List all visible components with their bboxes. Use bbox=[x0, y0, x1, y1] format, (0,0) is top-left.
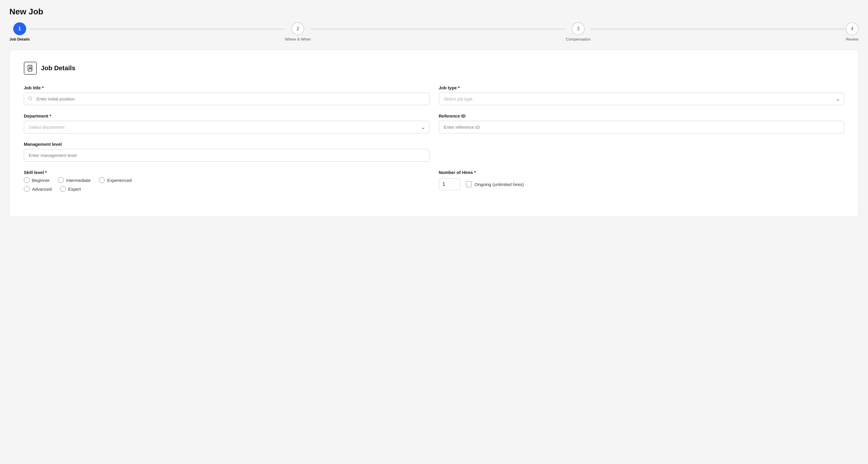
skill-experienced-radio[interactable] bbox=[99, 177, 105, 183]
section-title: Job Details bbox=[41, 64, 75, 72]
step-4-circle: 4 bbox=[846, 22, 859, 35]
skill-experienced-label: Experienced bbox=[107, 178, 131, 183]
department-label: Department * bbox=[24, 114, 429, 118]
skill-beginner-label: Beginner bbox=[32, 178, 50, 183]
reference-id-input[interactable] bbox=[439, 121, 844, 133]
main-card: Job Details Job title * Job type * Selec… bbox=[9, 50, 859, 217]
step-1-circle: 1 bbox=[13, 22, 26, 35]
skill-level-label: Skill level * bbox=[24, 170, 429, 175]
job-title-input[interactable] bbox=[24, 93, 429, 105]
skill-intermediate-label: Intermediate bbox=[66, 178, 91, 183]
page-title: New Job bbox=[9, 7, 859, 17]
job-details-icon bbox=[24, 62, 37, 75]
svg-line-3 bbox=[31, 99, 32, 100]
step-2[interactable]: 2 Where & When bbox=[285, 22, 311, 41]
form-row-1: Job title * Job type * Select job type F… bbox=[24, 85, 844, 105]
skill-level-row-1: Beginner Intermediate Experienced bbox=[24, 177, 429, 183]
skill-expert-label: Expert bbox=[68, 187, 81, 192]
step-4[interactable]: 4 Review bbox=[846, 22, 859, 41]
skill-advanced-item[interactable]: Advanced bbox=[24, 186, 52, 192]
job-title-group: Job title * bbox=[24, 85, 429, 105]
form-row-4: Skill level * Beginner Intermediate Expe… bbox=[24, 170, 844, 192]
hires-controls: Ongoing (unlimited hires) bbox=[439, 178, 844, 190]
step-connector-1-2 bbox=[30, 29, 285, 29]
skill-beginner-item[interactable]: Beginner bbox=[24, 177, 50, 183]
job-type-select[interactable]: Select job type Full-time Part-time Cont… bbox=[439, 93, 844, 105]
ongoing-hires-checkbox[interactable] bbox=[466, 181, 472, 187]
step-3-label: Compensation bbox=[566, 37, 591, 41]
stepper: 1 Job Details 2 Where & When 3 Compensat… bbox=[9, 22, 859, 41]
step-4-label: Review bbox=[846, 37, 859, 41]
reference-id-label: Reference ID bbox=[439, 114, 844, 118]
job-type-label: Job type * bbox=[439, 85, 844, 90]
job-type-select-wrapper: Select job type Full-time Part-time Cont… bbox=[439, 93, 844, 105]
skill-level-group: Skill level * Beginner Intermediate Expe… bbox=[24, 170, 429, 192]
form-row-2: Department * Select department Engineeri… bbox=[24, 114, 844, 133]
skill-intermediate-item[interactable]: Intermediate bbox=[58, 177, 91, 183]
ongoing-hires-item[interactable]: Ongoing (unlimited hires) bbox=[466, 181, 524, 187]
job-type-group: Job type * Select job type Full-time Par… bbox=[439, 85, 844, 105]
step-connector-3-4 bbox=[591, 29, 846, 29]
skill-advanced-radio[interactable] bbox=[24, 186, 30, 192]
management-level-input[interactable] bbox=[24, 149, 429, 162]
ongoing-hires-label: Ongoing (unlimited hires) bbox=[475, 182, 524, 187]
step-3-circle: 3 bbox=[572, 22, 585, 35]
search-icon bbox=[28, 96, 33, 102]
step-1-label: Job Details bbox=[9, 37, 30, 41]
department-select[interactable]: Select department Engineering Human Reso… bbox=[24, 121, 429, 133]
form-row-3: Management level bbox=[24, 142, 844, 162]
section-header: Job Details bbox=[24, 62, 844, 75]
department-select-wrapper: Select department Engineering Human Reso… bbox=[24, 121, 429, 133]
skill-level-radio-group: Beginner Intermediate Experienced Advanc… bbox=[24, 177, 429, 192]
department-group: Department * Select department Engineeri… bbox=[24, 114, 429, 133]
skill-expert-radio[interactable] bbox=[60, 186, 66, 192]
skill-level-row-2: Advanced Expert bbox=[24, 186, 429, 192]
management-level-label: Management level bbox=[24, 142, 429, 147]
step-2-label: Where & When bbox=[285, 37, 311, 41]
skill-advanced-label: Advanced bbox=[32, 187, 52, 192]
job-title-search-wrapper bbox=[24, 93, 429, 105]
number-of-hires-label: Number of Hires * bbox=[439, 170, 844, 175]
skill-intermediate-radio[interactable] bbox=[58, 177, 64, 183]
step-2-circle: 2 bbox=[291, 22, 304, 35]
management-level-group: Management level bbox=[24, 142, 429, 162]
number-of-hires-group: Number of Hires * Ongoing (unlimited hir… bbox=[439, 170, 844, 192]
step-1[interactable]: 1 Job Details bbox=[9, 22, 30, 41]
step-3[interactable]: 3 Compensation bbox=[566, 22, 591, 41]
skill-beginner-radio[interactable] bbox=[24, 177, 30, 183]
skill-experienced-item[interactable]: Experienced bbox=[99, 177, 131, 183]
job-title-label: Job title * bbox=[24, 85, 429, 90]
svg-point-1 bbox=[29, 67, 31, 68]
number-of-hires-input[interactable] bbox=[439, 178, 460, 190]
reference-id-group: Reference ID bbox=[439, 114, 844, 133]
step-connector-2-3 bbox=[311, 29, 566, 29]
skill-expert-item[interactable]: Expert bbox=[60, 186, 81, 192]
